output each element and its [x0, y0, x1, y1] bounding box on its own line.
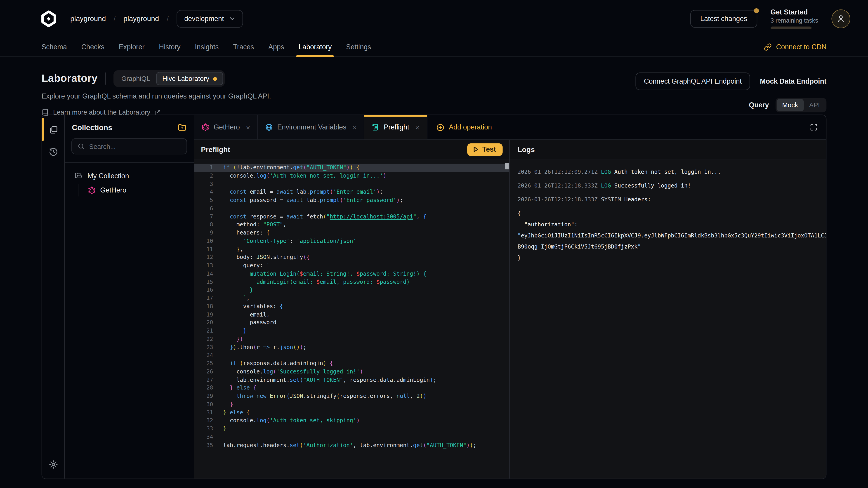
target-select-value: development [184, 15, 224, 22]
page-head: Laboratory GraphiQL Hive Laboratory Expl… [0, 57, 868, 116]
code-line[interactable]: 32 console.log('Auth token set, skipping… [194, 417, 509, 425]
icon-rail [42, 115, 65, 479]
nav-item-insights[interactable]: Insights [188, 37, 226, 57]
close-icon[interactable]: × [246, 123, 250, 131]
nav-item-schema[interactable]: Schema [34, 37, 74, 57]
log-entry: 2026-01-26T12:12:09.271Z LOG Auth token … [518, 166, 818, 177]
code-line[interactable]: 2 console.log('Auth token not set, loggi… [194, 172, 509, 180]
code-line[interactable]: 11 }, [194, 246, 509, 254]
connect-endpoint-button[interactable]: Connect GraphQL API Endpoint [636, 72, 750, 90]
close-icon[interactable]: × [415, 123, 420, 131]
tab-gethero[interactable]: GetHero× [194, 115, 258, 139]
code-line[interactable]: 1if (!lab.environment.get("AUTH_TOKEN"))… [194, 164, 509, 172]
code-line[interactable]: 4 const email = await lab.prompt('Enter … [194, 188, 509, 196]
code-line[interactable]: 24 [194, 352, 509, 360]
code-editor[interactable]: 1if (!lab.environment.get("AUTH_TOKEN"))… [194, 159, 509, 479]
collection-folder[interactable]: My Collection [71, 170, 187, 182]
fullscreen-button[interactable] [802, 115, 826, 139]
code-text: } [213, 400, 233, 409]
collections-icon [49, 125, 58, 134]
logs-body[interactable]: 2026-01-26T12:12:09.271Z LOG Auth token … [510, 159, 826, 479]
connect-cdn-link[interactable]: Connect to CDN [764, 43, 827, 51]
code-line[interactable]: 10 'Content-Type': 'application/json' [194, 237, 509, 246]
code-text: } else { [213, 409, 250, 417]
toggle-hive-laboratory[interactable]: Hive Laboratory [156, 72, 223, 85]
content-split: Preflight Test 1if (!lab.environment.get… [194, 140, 826, 479]
hive-logo-icon[interactable] [40, 10, 57, 27]
code-line[interactable]: 27 lab.environment.set("AUTH_TOKEN", res… [194, 376, 509, 384]
code-line[interactable]: 22 }) [194, 335, 509, 343]
search-input[interactable] [89, 142, 181, 150]
code-line[interactable]: 13 query: ` [194, 262, 509, 270]
code-line[interactable]: 12 body: JSON.stringify({ [194, 254, 509, 262]
page-head-left: Laboratory GraphiQL Hive Laboratory Expl… [41, 70, 271, 116]
line-number: 21 [194, 327, 213, 335]
add-operation-button[interactable]: Add operation [427, 115, 501, 139]
get-started-widget[interactable]: Get Started 3 remaining tasks [770, 8, 818, 29]
test-button[interactable]: Test [467, 143, 502, 156]
gear-icon [49, 459, 58, 469]
toggle-api[interactable]: API [804, 99, 825, 111]
line-number: 7 [194, 213, 213, 221]
code-line[interactable]: 20 password [194, 319, 509, 327]
nav-item-checks[interactable]: Checks [74, 37, 112, 57]
latest-changes-button[interactable]: Latest changes [690, 10, 757, 27]
log-entry: 2026-01-26T12:12:18.333Z LOG Successfull… [518, 180, 818, 191]
code-line[interactable]: 3 [194, 180, 509, 188]
target-select[interactable]: development [177, 10, 243, 27]
code-line[interactable]: 8 method: "POST", [194, 221, 509, 229]
code-line[interactable]: 23 }).then(r => r.json()); [194, 344, 509, 352]
nav-item-history[interactable]: History [152, 37, 188, 57]
query-label: Query [749, 101, 769, 109]
code-line[interactable]: 25 if (response.data.adminLogin) { [194, 360, 509, 368]
code-line[interactable]: 21 } [194, 327, 509, 335]
code-line[interactable]: 5 const password = await lab.prompt('Ent… [194, 196, 509, 204]
new-folder-button[interactable] [178, 123, 186, 132]
nav-items: SchemaChecksExplorerHistoryInsightsTrace… [34, 37, 378, 57]
breadcrumb-org[interactable]: playground [70, 14, 106, 23]
close-icon[interactable]: × [352, 123, 357, 131]
code-text: email, [213, 311, 270, 319]
code-line[interactable]: 19 email, [194, 311, 509, 319]
collections-search[interactable] [71, 138, 187, 154]
code-line[interactable]: 34 [194, 433, 509, 441]
code-line[interactable]: 35lab.request.headers.set('Authorization… [194, 441, 509, 449]
toggle-graphiql[interactable]: GraphiQL [115, 72, 156, 85]
nav-item-settings[interactable]: Settings [339, 37, 378, 57]
tab-environment-variables[interactable]: Environment Variables× [258, 115, 364, 139]
code-line[interactable]: 9 headers: { [194, 229, 509, 237]
settings-rail-button[interactable] [45, 456, 61, 472]
nav-item-laboratory[interactable]: Laboratory [291, 37, 339, 57]
code-line[interactable]: 28 } else { [194, 384, 509, 392]
code-line[interactable]: 15 adminLogin(email: $email, password: $… [194, 278, 509, 286]
tab-preflight[interactable]: Preflight× [364, 115, 427, 139]
mock-data-endpoint-label[interactable]: Mock Data Endpoint [760, 77, 827, 85]
operation-label: GetHero [100, 186, 126, 194]
nav-item-traces[interactable]: Traces [226, 37, 261, 57]
nav-item-apps[interactable]: Apps [261, 37, 291, 57]
collections-rail-button[interactable] [45, 122, 61, 137]
user-avatar[interactable] [831, 9, 850, 28]
breadcrumb-project[interactable]: playground [123, 14, 159, 23]
code-line[interactable]: 33} [194, 425, 509, 433]
code-line[interactable]: 16 } [194, 286, 509, 294]
code-line[interactable]: 6 [194, 205, 509, 213]
toggle-mock[interactable]: Mock [777, 99, 804, 111]
code-line[interactable]: 29 throw new Error(JSON.stringify(respon… [194, 392, 509, 400]
editor-scrollbar-thumb[interactable] [505, 163, 508, 169]
code-line[interactable]: 18 variables: { [194, 302, 509, 311]
page-head-right: Connect GraphQL API Endpoint Mock Data E… [636, 70, 827, 116]
code-line[interactable]: 30 } [194, 400, 509, 409]
code-line[interactable]: 7 const response = await fetch("http://l… [194, 213, 509, 221]
code-text: body: JSON.stringify({ [213, 254, 310, 262]
collection-operation-gethero[interactable]: GetHero [85, 184, 187, 197]
history-rail-button[interactable] [45, 144, 61, 160]
code-line[interactable]: 31} else { [194, 409, 509, 417]
code-text: const response = await fetch("http://loc… [213, 213, 427, 221]
code-line[interactable]: 14 mutation Login($email: String!, $pass… [194, 270, 509, 278]
code-line[interactable]: 17 `, [194, 294, 509, 302]
fullscreen-icon [810, 123, 817, 131]
nav-item-explorer[interactable]: Explorer [112, 37, 152, 57]
code-text: password [213, 319, 276, 327]
code-line[interactable]: 26 console.log('Successfully logged in!'… [194, 368, 509, 376]
